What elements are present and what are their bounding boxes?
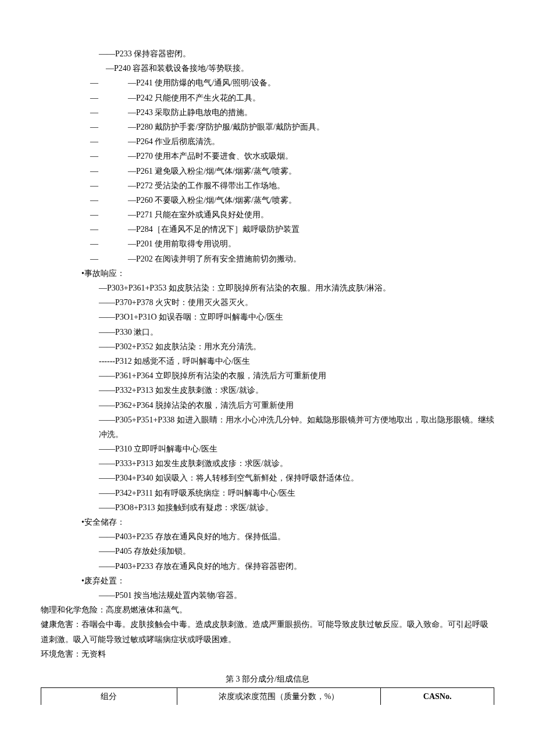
prevention-line: —P240 容器和装载设备接地/等势联接。 — [41, 61, 494, 76]
list-item: ——P370+P378 火灾时：使用灭火器灭火。 — [99, 295, 494, 310]
p-code-text: —P270 使用本产品时不要进食、饮水或吸烟。 — [128, 149, 293, 163]
disposal-block: ——P501 按当地法规处置内装物/容器。 — [41, 588, 494, 603]
list-item: ——P284［在通风不足的情况下］戴呼吸防护装置 — [90, 222, 494, 237]
list-item: ——P201 使用前取得专用说明。 — [90, 237, 494, 251]
list-item: ——P272 受沾染的工作服不得带出工作场地。 — [90, 178, 494, 193]
p-code-text: —P243 采取防止静电放电的措施。 — [128, 105, 252, 120]
list-item: ——P241 使用防爆的电气/通风/照明/设备。 — [90, 76, 494, 90]
list-item: ——P302+P352 如皮肤沾染：用水充分清洗。 — [99, 339, 494, 354]
prevention-dash-block: ——P241 使用防爆的电气/通风/照明/设备。 ——P242 只能使用不产生火… — [41, 76, 494, 266]
p-code-text: —P260 不要吸入粉尘/烟/气体/烟雾/蒸气/喷雾。 — [128, 193, 297, 207]
list-item: ——P260 不要吸入粉尘/烟/气体/烟雾/蒸气/喷雾。 — [90, 193, 494, 207]
p-code-text: —P280 戴防护手套/穿防护服/戴防护眼罩/戴防护面具。 — [128, 120, 324, 134]
table-header-component: 组分 — [41, 688, 177, 705]
list-item: ——P270 使用本产品时不要进食、饮水或吸烟。 — [90, 149, 494, 163]
list-item: ——P264 作业后彻底清洗。 — [90, 134, 494, 149]
list-item: ——P501 按当地法规处置内装物/容器。 — [99, 588, 494, 603]
list-item: ——P305+P351+P338 如进入眼睛：用水小心冲洗几分钟。如戴隐形眼镜并… — [99, 413, 494, 442]
table-header-concentration: 浓度或浓度范围（质量分数，%） — [177, 688, 381, 705]
list-item: ——P242 只能使用不产生火花的工具。 — [90, 91, 494, 105]
accident-response-header: •事故响应： — [41, 266, 494, 281]
health-hazard: 健康危害：吞咽会中毒。皮肤接触会中毒。造成皮肤刺激。造成严重眼损伤。可能导致皮肤… — [41, 617, 494, 646]
list-item: ——P405 存放处须加锁。 — [99, 544, 494, 558]
physical-chemical-hazard: 物理和化学危险：高度易燃液体和蒸气。 — [41, 603, 494, 617]
list-item: ——P3O8+P313 如接触到或有疑虑：求医/就诊。 — [99, 500, 494, 515]
table-row: 组分 浓度或浓度范围（质量分数，%） CASNo. — [41, 688, 494, 705]
list-item: ——P202 在阅读并明了所有安全措施前切勿搬动。 — [90, 252, 494, 266]
p-code-text: —P242 只能使用不产生火花的工具。 — [128, 91, 261, 105]
list-item: ——P403+P233 存放在通风良好的地方。保持容器密闭。 — [99, 559, 494, 574]
list-item: ——P3O1+P31O 如误吞咽：立即呼叫解毒中心/医生 — [99, 310, 494, 324]
safe-storage-block: ——P403+P235 存放在通风良好的地方。保持低温。 ——P405 存放处须… — [41, 529, 494, 574]
accident-response-block: —P303+P361+P353 如皮肤沾染：立即脱掉所有沾染的衣服。用水清洗皮肤… — [41, 281, 494, 515]
composition-table: 组分 浓度或浓度范围（质量分数，%） CASNo. — [41, 687, 494, 705]
p-code-text: —P264 作业后彻底清洗。 — [128, 134, 220, 149]
list-item: ——P330 漱口。 — [99, 325, 494, 339]
prevention-line: ——P233 保持容器密闭。 — [41, 46, 494, 61]
p-code-text: —P261 避免吸入粉尘/烟/气体/烟雾/蒸气/喷雾。 — [128, 164, 297, 178]
list-item: ——P304+P340 如误吸入：将人转移到空气新鲜处，保持呼吸舒适体位。 — [99, 471, 494, 485]
environmental-hazard: 环境危害：无资料 — [41, 647, 494, 661]
list-item: ——P243 采取防止静电放电的措施。 — [90, 105, 494, 120]
p-code-text: —P241 使用防爆的电气/通风/照明/设备。 — [128, 76, 276, 90]
list-item: ------P312 如感觉不适，呼叫解毒中心/医生 — [99, 354, 494, 368]
safe-storage-header: •安全储存： — [41, 515, 494, 529]
list-item: ——P271 只能在室外或通风良好处使用。 — [90, 207, 494, 222]
list-item: ——P332+P313 如发生皮肤刺激：求医/就诊。 — [99, 383, 494, 397]
table-header-casno: CASNo. — [381, 688, 494, 705]
list-item: ——P362+P364 脱掉沾染的衣服，清洗后方可重新使用 — [99, 398, 494, 413]
disposal-header: •废弃处置： — [41, 574, 494, 588]
list-item: ——P280 戴防护手套/穿防护服/戴防护眼罩/戴防护面具。 — [90, 120, 494, 134]
p-code-text: —P272 受沾染的工作服不得带出工作场地。 — [128, 178, 285, 193]
list-item: ——P403+P235 存放在通风良好的地方。保持低温。 — [99, 529, 494, 544]
list-item: —P303+P361+P353 如皮肤沾染：立即脱掉所有沾染的衣服。用水清洗皮肤… — [99, 281, 494, 295]
list-item: ——P333+P313 如发生皮肤刺激或皮疹：求医/就诊。 — [99, 456, 494, 471]
p-code-text: —P202 在阅读并明了所有安全措施前切勿搬动。 — [128, 252, 301, 266]
list-item: ——P361+P364 立即脱掉所有沾染的衣服，清洗后方可重新使用 — [99, 368, 494, 383]
section-3-title: 第 3 部分成分/组成信息 — [41, 672, 494, 686]
p-code-text: —P284［在通风不足的情况下］戴呼吸防护装置 — [128, 222, 299, 237]
p-code-text: —P201 使用前取得专用说明。 — [128, 237, 236, 251]
p-code-text: —P271 只能在室外或通风良好处使用。 — [128, 207, 269, 222]
list-item: ——P261 避免吸入粉尘/烟/气体/烟雾/蒸气/喷雾。 — [90, 164, 494, 178]
list-item: ——P310 立即呼叫解毒中心/医生 — [99, 442, 494, 456]
list-item: ——P342+P311 如有呼吸系统病症：呼叫解毒中心/医生 — [99, 486, 494, 500]
